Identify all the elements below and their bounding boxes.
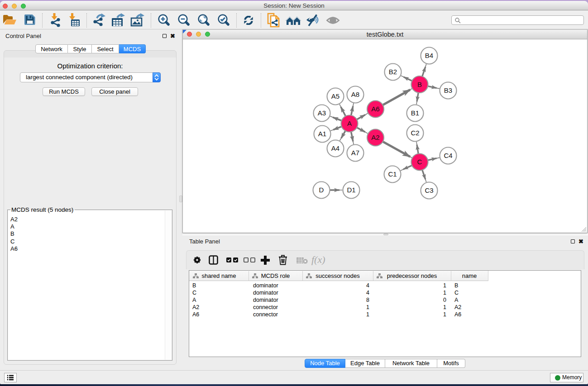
svg-text:A3: A3 [318,109,326,117]
svg-text:A: A [347,119,352,127]
svg-text:C4: C4 [444,152,452,159]
svg-text:A6: A6 [371,105,379,113]
svg-text:B2: B2 [389,68,397,76]
svg-text:C2: C2 [411,129,419,137]
svg-text:A8: A8 [351,91,359,98]
svg-text:A5: A5 [331,92,339,100]
svg-text:D1: D1 [347,186,355,194]
svg-text:C3: C3 [425,186,433,194]
svg-text:B3: B3 [444,86,452,94]
svg-text:C1: C1 [388,170,397,178]
svg-text:A7: A7 [351,149,359,157]
svg-text:A2: A2 [371,133,379,141]
svg-text:D: D [319,186,324,194]
svg-text:B4: B4 [425,52,433,59]
svg-text:C: C [417,158,422,166]
svg-text:A1: A1 [318,130,326,138]
svg-text:B1: B1 [411,109,419,117]
svg-text:B: B [417,81,422,88]
svg-text:A4: A4 [331,144,339,152]
